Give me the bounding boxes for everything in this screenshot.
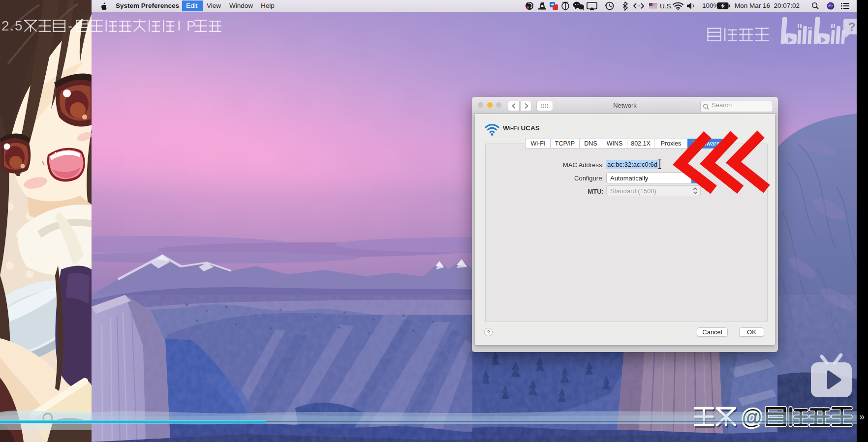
svg-text:-: - [68,18,72,33]
svg-text:5: 5 [15,18,23,33]
svg-text:.: . [10,18,14,33]
svg-text:U.S.: U.S. [660,2,673,10]
svg-text:2: 2 [1,18,9,33]
svg-text:P: P [186,18,196,33]
svg-text:I: I [177,18,181,33]
svg-text:?: ? [848,20,856,33]
